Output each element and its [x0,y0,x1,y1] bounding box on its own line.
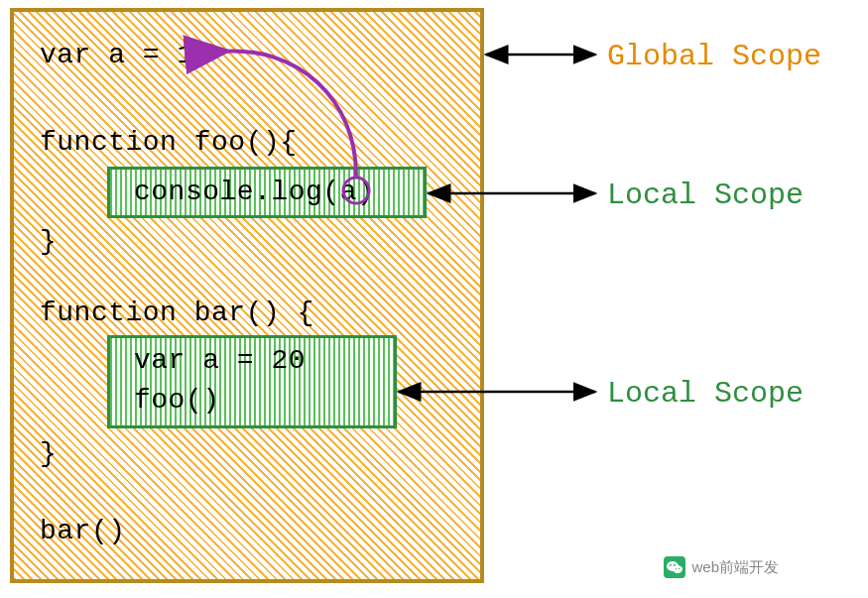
svg-point-8 [679,568,680,569]
wechat-icon [664,556,685,578]
svg-point-4 [673,565,682,573]
watermark-text: web前端开发 [691,558,779,577]
svg-point-6 [675,564,677,566]
code-line-foo-body: console.log(a) [134,177,374,207]
global-scope-box [10,8,484,583]
code-line-foo-close: } [40,226,57,257]
code-line-bar-def: function bar() { [40,298,314,328]
code-line-call-bar: bar() [40,516,126,546]
label-local-scope-bar: Local Scope [607,377,804,411]
code-line-bar-close: } [40,438,57,469]
code-line-bar-body1: var a = 20 [134,345,306,376]
svg-point-5 [671,564,673,566]
label-global-scope: Global Scope [607,40,821,73]
watermark: web前端开发 [664,556,779,578]
code-line-var-a: var a = 10 [40,40,211,70]
label-local-scope-foo: Local Scope [607,179,804,212]
code-line-foo-def: function foo(){ [40,127,298,158]
code-line-bar-body2: foo() [134,385,220,416]
scope-diagram: var a = 10 function foo(){ console.log(a… [0,0,868,598]
svg-point-7 [676,568,677,569]
